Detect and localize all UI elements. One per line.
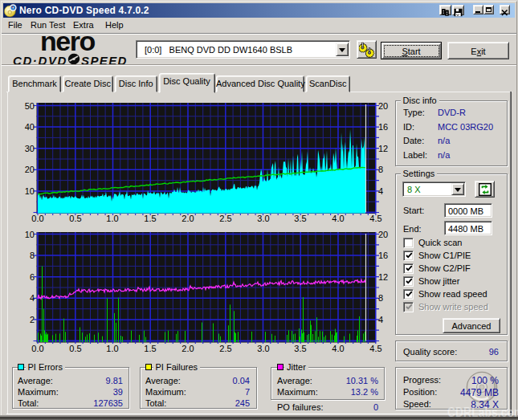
svg-text:0.0: 0.0 <box>31 214 43 223</box>
svg-text:20: 20 <box>25 165 35 174</box>
svg-text:4.5: 4.5 <box>369 214 381 223</box>
svg-text:8: 8 <box>378 165 383 174</box>
svg-text:3.0: 3.0 <box>257 344 269 353</box>
svg-text:30: 30 <box>25 144 35 153</box>
svg-text:1.5: 1.5 <box>144 344 156 353</box>
svg-text:3.0: 3.0 <box>257 214 269 223</box>
svg-text:10: 10 <box>25 186 35 196</box>
svg-text:4.0: 4.0 <box>332 344 344 353</box>
svg-text:3.5: 3.5 <box>294 344 306 353</box>
svg-text:20: 20 <box>378 101 388 111</box>
svg-text:0.0: 0.0 <box>31 344 43 353</box>
svg-text:16: 16 <box>378 251 388 260</box>
svg-text:16: 16 <box>378 122 388 132</box>
svg-text:8: 8 <box>30 251 35 260</box>
svg-text:10: 10 <box>25 230 35 239</box>
svg-text:4: 4 <box>30 293 35 303</box>
svg-text:2: 2 <box>30 315 35 324</box>
svg-text:4.0: 4.0 <box>332 214 344 223</box>
svg-text:4: 4 <box>378 315 383 324</box>
svg-text:3.5: 3.5 <box>294 214 306 223</box>
svg-text:50: 50 <box>25 101 35 111</box>
svg-text:1.0: 1.0 <box>106 344 118 353</box>
svg-text:2.0: 2.0 <box>182 214 194 223</box>
svg-text:2.5: 2.5 <box>219 214 231 223</box>
svg-text:1.0: 1.0 <box>106 214 118 223</box>
svg-text:8: 8 <box>378 293 383 303</box>
svg-text:6: 6 <box>30 272 35 282</box>
svg-text:20: 20 <box>378 230 388 239</box>
svg-text:0.5: 0.5 <box>69 344 81 353</box>
svg-text:12: 12 <box>378 272 388 282</box>
svg-text:4: 4 <box>378 186 383 196</box>
svg-text:4.5: 4.5 <box>369 344 381 353</box>
svg-text:12: 12 <box>378 144 388 153</box>
svg-text:2.0: 2.0 <box>182 344 194 353</box>
svg-text:1.5: 1.5 <box>144 214 156 223</box>
svg-text:0.5: 0.5 <box>69 214 81 223</box>
svg-text:40: 40 <box>25 122 35 132</box>
svg-text:2.5: 2.5 <box>219 344 231 353</box>
